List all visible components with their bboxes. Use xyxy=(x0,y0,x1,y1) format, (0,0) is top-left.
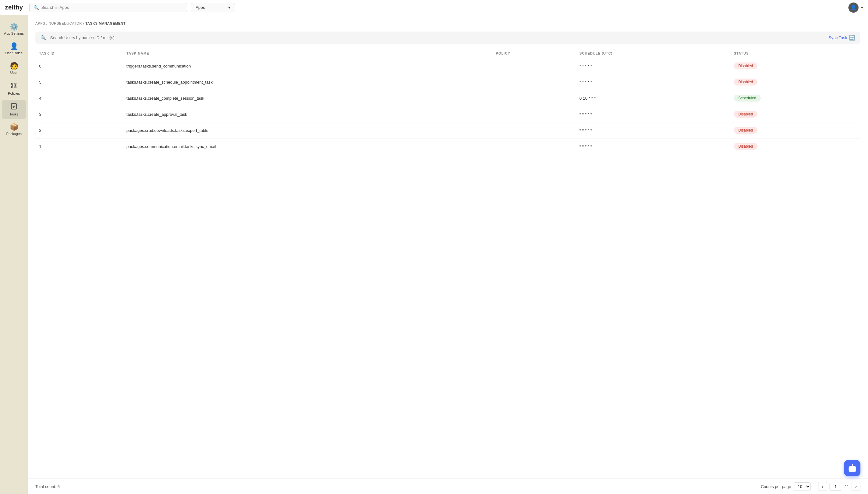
cell-policy xyxy=(492,106,576,122)
counts-per-page-select[interactable]: 10 25 50 xyxy=(794,482,811,491)
cell-status: Disabled xyxy=(730,122,861,138)
cell-schedule: * * * * * xyxy=(576,58,730,74)
table-row[interactable]: 6 triggers.tasks.send_communication * * … xyxy=(35,58,861,74)
status-badge: Scheduled xyxy=(734,95,761,101)
filter-search-input[interactable] xyxy=(50,35,825,40)
cell-schedule: 0 10 * * * xyxy=(576,90,730,106)
status-badge: Disabled xyxy=(734,111,758,118)
total-pages: / 1 xyxy=(845,484,849,489)
cell-task-id: 1 xyxy=(35,138,123,155)
table-row[interactable]: 5 tasks.tasks.create_schedule_appointmen… xyxy=(35,74,861,90)
cell-schedule: * * * * * xyxy=(576,138,730,155)
user-roles-icon: 👤 xyxy=(10,43,18,50)
topnav-right: 👤 ▾ xyxy=(848,2,863,13)
cell-policy xyxy=(492,138,576,155)
status-badge: Disabled xyxy=(734,143,758,150)
sidebar-item-app-settings[interactable]: ⚙️ App Settings xyxy=(2,20,26,38)
filter-search-icon: 🔍 xyxy=(40,35,47,41)
breadcrumb-current: TASKS MANAGEMENT xyxy=(85,21,126,25)
svg-point-2 xyxy=(12,87,13,88)
global-search-input[interactable] xyxy=(41,5,183,10)
cell-task-id: 5 xyxy=(35,74,123,90)
cell-schedule: * * * * * xyxy=(576,74,730,90)
cell-task-name: tasks.tasks.create_schedule_appointment_… xyxy=(123,74,492,90)
app-settings-icon: ⚙️ xyxy=(10,23,18,30)
cell-task-name: tasks.tasks.create_complete_session_task xyxy=(123,90,492,106)
sidebar-item-user-roles[interactable]: 👤 User Roles xyxy=(2,40,26,58)
sidebar-item-label-tasks: Tasks xyxy=(10,112,18,116)
app-layout: ⚙️ App Settings 👤 User Roles 🧑 User xyxy=(0,15,868,494)
sidebar-item-packages[interactable]: 📦 Packages xyxy=(2,120,26,139)
status-badge: Disabled xyxy=(734,127,758,134)
sidebar-item-label-policies: Policies xyxy=(8,92,20,95)
pagination: ‹ / 1 › xyxy=(818,482,861,491)
svg-point-0 xyxy=(12,83,13,85)
sync-task-label: Sync Task xyxy=(829,35,847,40)
svg-point-3 xyxy=(15,87,16,88)
counts-per-page-label: Counts per page xyxy=(761,484,791,489)
cell-status: Disabled xyxy=(730,58,861,74)
sidebar-item-label-packages: Packages xyxy=(6,132,21,136)
sidebar-item-label-user: User xyxy=(10,71,17,74)
sidebar-item-label-user-roles: User Roles xyxy=(5,51,22,55)
user-dropdown-chevron[interactable]: ▾ xyxy=(861,5,863,10)
col-schedule: SCHEDULE (UTC) xyxy=(576,49,730,58)
search-icon: 🔍 xyxy=(34,5,39,10)
table-footer: Total count: 6 Counts per page 10 25 50 … xyxy=(28,478,868,494)
sync-icon: 🔄 xyxy=(849,35,855,41)
status-badge: Disabled xyxy=(734,79,758,86)
cell-schedule: * * * * * xyxy=(576,122,730,138)
chevron-down-icon: ▾ xyxy=(228,5,230,10)
svg-point-1 xyxy=(15,83,16,85)
cell-schedule: * * * * * xyxy=(576,106,730,122)
app-selector-label: Apps xyxy=(196,5,205,10)
cell-task-name: tasks.tasks.create_approval_task xyxy=(123,106,492,122)
col-status: STATUS xyxy=(730,49,861,58)
cell-task-name: triggers.tasks.send_communication xyxy=(123,58,492,74)
chat-fab-icon: 🤖 xyxy=(848,464,857,472)
filter-bar: 🔍 Sync Task 🔄 xyxy=(35,32,861,44)
table-row[interactable]: 2 packages.crud.downloads.tasks.export_t… xyxy=(35,122,861,138)
cell-policy xyxy=(492,122,576,138)
tasks-icon xyxy=(11,103,17,111)
cell-status: Disabled xyxy=(730,138,861,155)
cell-status: Disabled xyxy=(730,74,861,90)
policies-icon xyxy=(11,82,17,90)
cell-task-id: 3 xyxy=(35,106,123,122)
user-avatar[interactable]: 👤 xyxy=(848,2,858,13)
total-count: Total count: 6 xyxy=(35,484,60,489)
cell-policy xyxy=(492,90,576,106)
user-icon: 🧑 xyxy=(10,62,18,70)
chat-fab-button[interactable]: 🤖 xyxy=(844,460,861,476)
packages-icon: 📦 xyxy=(10,124,18,131)
table-header-row: TASK ID TASK NAME POLICY SCHEDULE (UTC) … xyxy=(35,49,861,58)
cell-status: Scheduled xyxy=(730,90,861,106)
global-search-bar[interactable]: 🔍 xyxy=(29,3,187,12)
cell-task-id: 4 xyxy=(35,90,123,106)
sidebar-item-user[interactable]: 🧑 User xyxy=(2,59,26,78)
breadcrumb-apps: APPS xyxy=(35,21,45,25)
app-selector[interactable]: Apps ▾ xyxy=(191,3,235,12)
sidebar: ⚙️ App Settings 👤 User Roles 🧑 User xyxy=(0,15,28,494)
prev-page-button[interactable]: ‹ xyxy=(818,482,827,491)
col-task-id: TASK ID xyxy=(35,49,123,58)
table-row[interactable]: 3 tasks.tasks.create_approval_task * * *… xyxy=(35,106,861,122)
sidebar-item-label-app-settings: App Settings xyxy=(4,32,24,35)
counts-per-page-section: Counts per page 10 25 50 xyxy=(761,482,810,491)
top-navigation: zelthy 🔍 Apps ▾ 👤 ▾ xyxy=(0,0,868,15)
table-row[interactable]: 4 tasks.tasks.create_complete_session_ta… xyxy=(35,90,861,106)
page-number-input[interactable] xyxy=(830,483,842,491)
cell-task-name: packages.crud.downloads.tasks.export_tab… xyxy=(123,122,492,138)
sidebar-item-tasks[interactable]: Tasks xyxy=(2,100,26,119)
breadcrumb-sep1: / xyxy=(47,21,49,25)
next-page-button[interactable]: › xyxy=(852,482,861,491)
sidebar-item-policies[interactable]: Policies xyxy=(2,79,26,98)
sync-task-button[interactable]: Sync Task 🔄 xyxy=(829,35,855,41)
cell-policy xyxy=(492,74,576,90)
tasks-table: TASK ID TASK NAME POLICY SCHEDULE (UTC) … xyxy=(35,49,861,154)
logo: zelthy xyxy=(5,4,23,11)
cell-status: Disabled xyxy=(730,106,861,122)
table-row[interactable]: 1 packages.communication.email.tasks.syn… xyxy=(35,138,861,155)
status-badge: Disabled xyxy=(734,62,758,70)
breadcrumb-nurseeducator: NURSEEDUCATOR xyxy=(49,21,82,25)
